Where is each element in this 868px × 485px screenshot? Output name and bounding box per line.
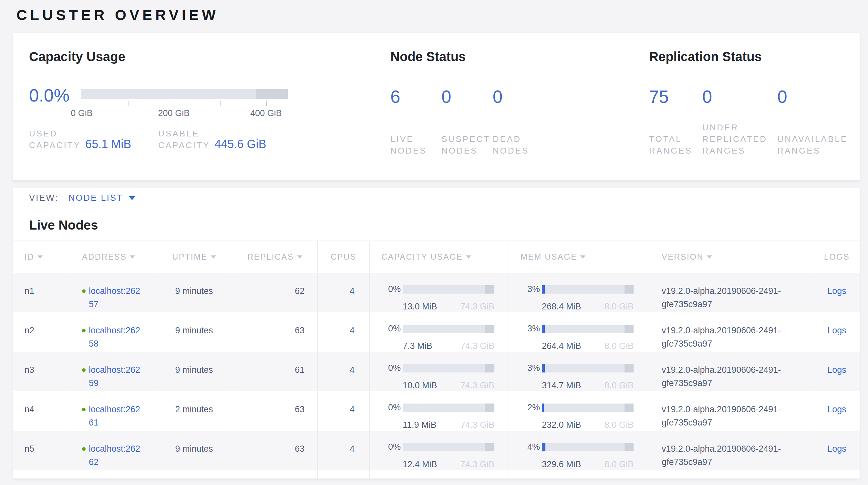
column-header-mem-usage[interactable]: MEM USAGE	[509, 241, 651, 273]
memory-percent: 2%	[521, 401, 540, 414]
stat-value: 0	[493, 87, 541, 107]
capacity-bar-dark-segment	[485, 285, 494, 293]
capacity-meter: 0%	[381, 362, 508, 375]
node-address-link[interactable]: localhost:26262	[89, 442, 144, 471]
column-header-cpus: CPUS	[318, 241, 370, 273]
capacity-meter: 0%	[381, 322, 508, 335]
sort-descending-icon	[580, 255, 585, 259]
table-cell-partial	[13, 470, 64, 479]
cpus-cell: 4	[318, 352, 370, 392]
table-body: n1 localhost:26257 9 minutes 62 4 0% 13.…	[13, 273, 860, 470]
memory-bar-fill	[542, 325, 545, 333]
replication-status-title: Replication Status	[649, 48, 860, 65]
capacity-gauge: 0.0% 0 GiB200 GiB400 GiB	[29, 85, 391, 119]
axis-tick-label: 400 GiB	[250, 108, 282, 118]
memory-bar-fill	[542, 364, 545, 372]
live-nodes-title: Live Nodes	[29, 216, 860, 234]
column-header-id[interactable]: ID	[13, 241, 64, 273]
stat-label: USEDCAPACITY	[29, 128, 81, 151]
stat-label-line: UNDER-	[702, 121, 767, 133]
capacity-usage-section: Capacity Usage 0.0% 0 GiB200 GiB400 GiB …	[29, 48, 391, 180]
memory-total-value: 8.0 GiB	[604, 300, 633, 313]
stat-column: 0 DEADNODES	[493, 87, 541, 156]
node-id: n4	[25, 404, 34, 414]
memory-cell: 3% 314.7 MiB 8.0 GiB	[509, 352, 651, 392]
capacity-cell: 0% 12.4 MiB 74.3 GiB	[370, 431, 509, 471]
stat-column: 6 LIVENODES	[391, 87, 439, 156]
stat-label: USABLECAPACITY	[158, 128, 210, 151]
column-header-version[interactable]: VERSION	[651, 241, 814, 273]
memory-bar	[542, 364, 633, 372]
stat-label-line: SUSPECT	[441, 133, 490, 145]
logs-link[interactable]: Logs	[827, 444, 846, 454]
stat-label: UNDER-REPLICATEDRANGES	[702, 121, 767, 156]
stat-column: 0 UNDER-REPLICATEDRANGES	[702, 87, 767, 156]
capacity-labels: 13.0 MiB 74.3 GiB	[403, 300, 494, 313]
node-address-link[interactable]: localhost:26261	[89, 403, 144, 432]
summary-card: Capacity Usage 0.0% 0 GiB200 GiB400 GiB …	[13, 33, 860, 181]
capacity-stats: USEDCAPACITY 65.1 MiB USABLECAPACITY 445…	[29, 128, 391, 151]
sort-descending-icon	[466, 255, 471, 259]
uptime-cell: 2 minutes	[156, 391, 232, 432]
logs-link[interactable]: Logs	[827, 404, 846, 414]
logs-link[interactable]: Logs	[827, 286, 846, 296]
memory-percent: 3%	[521, 322, 540, 335]
view-dropdown-value[interactable]: NODE LIST	[68, 193, 123, 203]
view-dropdown[interactable]: NODE LIST	[68, 193, 135, 203]
memory-bar-dark-segment	[624, 285, 633, 293]
logs-link[interactable]: Logs	[827, 325, 846, 335]
column-header-capacity-usage[interactable]: CAPACITY USAGE	[370, 241, 509, 273]
node-address-link[interactable]: localhost:26257	[89, 285, 144, 313]
version-value: v19.2.0-alpha.20190606-2491-gfe735c9a97	[662, 285, 814, 311]
replicas-cell: 63	[232, 431, 318, 471]
capacity-meter: 0%	[381, 401, 508, 414]
stat-value: 445.6 GiB	[214, 137, 266, 151]
column-header-label: ID	[25, 252, 34, 262]
memory-percent: 4%	[521, 440, 540, 454]
memory-meter: 3%	[521, 322, 651, 335]
table-row-partial	[13, 470, 860, 479]
capacity-bar	[403, 364, 494, 372]
node-address-link[interactable]: localhost:26259	[89, 364, 144, 392]
stat-value: 65.1 MiB	[85, 137, 131, 151]
capacity-used-value: 11.9 MiB	[403, 419, 437, 432]
sort-descending-icon	[211, 255, 216, 259]
view-label: VIEW:	[29, 193, 58, 203]
logs-link[interactable]: Logs	[827, 365, 846, 375]
memory-meter: 2%	[521, 401, 651, 414]
memory-bar	[542, 403, 633, 412]
memory-total-value: 8.0 GiB	[604, 379, 633, 392]
capacity-percent: 0%	[381, 322, 401, 335]
logs-cell: Logs	[814, 273, 860, 313]
replicas-cell: 63	[232, 391, 318, 432]
memory-percent: 3%	[521, 362, 540, 375]
version-value: v19.2.0-alpha.20190606-2491-gfe735c9a97	[662, 364, 814, 390]
version-value: v19.2.0-alpha.20190606-2491-gfe735c9a97	[662, 442, 814, 469]
memory-cell: 4% 329.6 MiB 8.0 GiB	[509, 431, 651, 471]
capacity-used-value: 10.0 MiB	[403, 379, 437, 392]
column-header-replicas[interactable]: REPLICAS	[232, 241, 318, 273]
table-row: n5 localhost:26262 9 minutes 63 4 0% 12.…	[13, 431, 860, 470]
node-id: n2	[25, 325, 34, 335]
memory-used-value: 329.6 MiB	[542, 458, 581, 471]
capacity-labels: 7.3 MiB 74.3 GiB	[403, 340, 494, 353]
stat-label-line: DEAD	[493, 133, 541, 145]
column-header-uptime[interactable]: UPTIME	[156, 241, 232, 273]
capacity-total-value: 74.3 GiB	[461, 458, 494, 471]
memory-total-value: 8.0 GiB	[604, 340, 633, 353]
column-header-label: MEM USAGE	[521, 252, 577, 262]
memory-bar-dark-segment	[624, 403, 633, 412]
node-address-cell: localhost:26262	[64, 431, 156, 471]
stat-label-line: UNAVAILABLE	[777, 133, 848, 145]
table-cell-partial	[318, 470, 370, 479]
capacity-stat: USEDCAPACITY 65.1 MiB	[29, 128, 131, 151]
stat-label-line: REPLICATED	[702, 133, 767, 145]
axis-tick-label: 0 GiB	[71, 108, 93, 118]
nodes-card: VIEW: NODE LIST Live Nodes ID ADDRESS UP…	[13, 188, 860, 479]
table-row: n4 localhost:26261 2 minutes 63 4 0% 11.…	[13, 391, 860, 431]
column-header-address[interactable]: ADDRESS	[64, 241, 156, 273]
memory-cell: 3% 264.4 MiB 8.0 GiB	[509, 312, 651, 353]
column-header-logs: LOGS	[814, 241, 860, 273]
node-address-link[interactable]: localhost:26258	[89, 324, 144, 353]
column-header-label: REPLICAS	[247, 252, 294, 262]
